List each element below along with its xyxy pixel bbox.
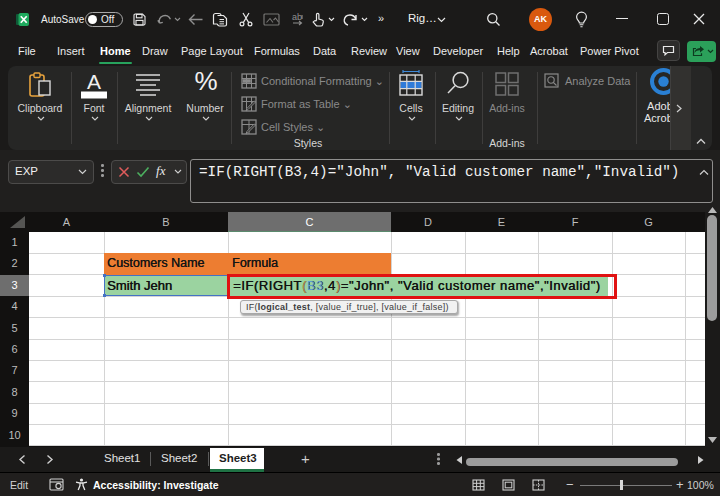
svg-text:A: A xyxy=(87,70,101,93)
svg-text:ab: ab xyxy=(292,12,302,22)
